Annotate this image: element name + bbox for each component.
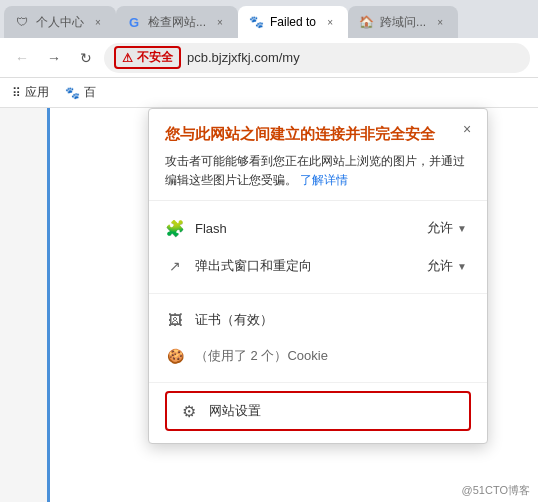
security-badge[interactable]: ⚠ 不安全 [114, 46, 181, 69]
popup-window-value: 允许 [427, 257, 453, 275]
settings-section: ⚙ 网站设置 [149, 383, 487, 443]
tab-icon-failed: 🐾 [248, 14, 264, 30]
bookmark-apps[interactable]: ⠿ 应用 [8, 82, 53, 103]
address-bar[interactable]: ⚠ 不安全 pcb.bjzjxfkj.com/my [104, 43, 530, 73]
apps-icon: ⠿ [12, 86, 21, 100]
popup-close-button[interactable]: × [457, 119, 477, 139]
popup-title: 您与此网站之间建立的连接并非完全安全 [165, 125, 471, 144]
browser-frame: 🛡 个人中心 × G 检查网站... × 🐾 Failed to × 🏠 跨域问… [0, 0, 538, 502]
site-settings-button[interactable]: ⚙ 网站设置 [165, 391, 471, 431]
tab-title-personal: 个人中心 [36, 14, 84, 31]
flash-chevron-icon: ▼ [457, 223, 467, 234]
site-settings-label: 网站设置 [209, 402, 261, 420]
forward-button[interactable]: → [40, 44, 68, 72]
flash-permission-value: 允许 [427, 219, 453, 237]
popup-window-label: 弹出式窗口和重定向 [195, 257, 413, 275]
bookmarks-bar: ⠿ 应用 🐾 百 [0, 78, 538, 108]
tab-title-check: 检查网站... [148, 14, 206, 31]
tab-close-personal[interactable]: × [90, 14, 106, 30]
tab-close-cross[interactable]: × [432, 14, 448, 30]
cert-row[interactable]: 🖼 证书（有效） [165, 302, 471, 338]
permission-flash-row: 🧩 Flash 允许 ▼ [165, 209, 471, 247]
tab-failed[interactable]: 🐾 Failed to × [238, 6, 348, 38]
tab-bar: 🛡 个人中心 × G 检查网站... × 🐾 Failed to × 🏠 跨域问… [0, 0, 538, 38]
watermark: @51CTO博客 [462, 483, 530, 498]
address-text: pcb.bjzjxfkj.com/my [187, 50, 520, 65]
popup-description: 攻击者可能能够看到您正在此网站上浏览的图片，并通过编辑这些图片让您受骗。 了解详… [165, 152, 471, 190]
tab-personal-center[interactable]: 🛡 个人中心 × [4, 6, 116, 38]
gear-icon: ⚙ [179, 401, 199, 421]
tab-close-check[interactable]: × [212, 14, 228, 30]
refresh-button[interactable]: ↻ [72, 44, 100, 72]
tab-check-site[interactable]: G 检查网站... × [116, 6, 238, 38]
tab-title-failed: Failed to [270, 15, 316, 29]
security-popup: × 您与此网站之间建立的连接并非完全安全 攻击者可能能够看到您正在此网站上浏览的… [148, 108, 488, 444]
cookie-icon: 🍪 [165, 346, 185, 366]
popup-window-icon: ↗ [165, 256, 185, 276]
cookie-text: （使用了 2 个）Cookie [195, 347, 328, 365]
popup-header: 您与此网站之间建立的连接并非完全安全 攻击者可能能够看到您正在此网站上浏览的图片… [149, 109, 487, 201]
tab-title-cross: 跨域问... [380, 14, 426, 31]
permissions-section: 🧩 Flash 允许 ▼ ↗ 弹出式窗口和重定向 允许 ▼ [149, 201, 487, 294]
page-area: × 您与此网站之间建立的连接并非完全安全 攻击者可能能够看到您正在此网站上浏览的… [0, 108, 538, 502]
popup-window-select[interactable]: 允许 ▼ [423, 255, 471, 277]
cert-text: 证书（有效） [195, 311, 273, 329]
tab-icon-check: G [126, 14, 142, 30]
popup-window-chevron-icon: ▼ [457, 261, 467, 272]
left-sidebar [0, 108, 50, 502]
back-button[interactable]: ← [8, 44, 36, 72]
cookie-row[interactable]: 🍪 （使用了 2 个）Cookie [165, 338, 471, 374]
apps-label: 应用 [25, 84, 49, 101]
learn-more-link[interactable]: 了解详情 [300, 173, 348, 187]
cert-icon: 🖼 [165, 310, 185, 330]
bookmark-baidu[interactable]: 🐾 百 [61, 82, 100, 103]
warning-icon: ⚠ [122, 51, 133, 65]
baidu-icon: 🐾 [65, 86, 80, 100]
flash-icon: 🧩 [165, 218, 185, 238]
baidu-label: 百 [84, 84, 96, 101]
toolbar: ← → ↻ ⚠ 不安全 pcb.bjzjxfkj.com/my [0, 38, 538, 78]
flash-permission-select[interactable]: 允许 ▼ [423, 217, 471, 239]
permission-popup-row: ↗ 弹出式窗口和重定向 允许 ▼ [165, 247, 471, 285]
tab-icon-cross: 🏠 [358, 14, 374, 30]
tab-cross-domain[interactable]: 🏠 跨域问... × [348, 6, 458, 38]
tab-close-failed[interactable]: × [322, 14, 338, 30]
security-label: 不安全 [137, 49, 173, 66]
cert-section: 🖼 证书（有效） 🍪 （使用了 2 个）Cookie [149, 294, 487, 383]
flash-label: Flash [195, 221, 413, 236]
tab-icon-personal: 🛡 [14, 14, 30, 30]
